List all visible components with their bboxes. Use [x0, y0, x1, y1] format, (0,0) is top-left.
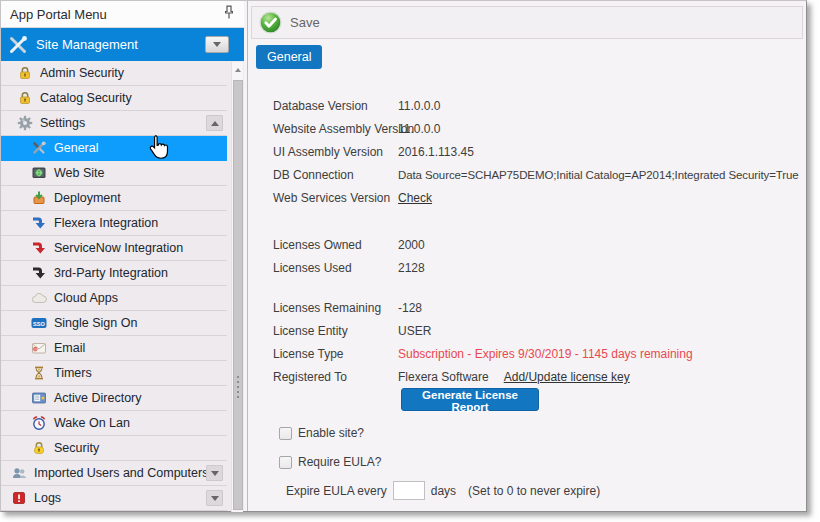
sidebar-item-flexera-integration[interactable]: Flexera Integration	[1, 211, 227, 236]
panel-divider	[247, 1, 248, 511]
sidebar-item-3rd-party-integration[interactable]: 3rd-Party Integration	[1, 261, 227, 286]
main-panel: Save General Database Version11.0.0.0 We…	[244, 1, 806, 511]
add-update-license-key-link[interactable]: Add/Update license key	[504, 370, 630, 384]
field-licenses-remaining: Licenses Remaining-128	[273, 301, 422, 315]
field-website-assembly-version: Website Assembly Version11.0.0.0	[273, 122, 440, 136]
field-value: -128	[398, 301, 422, 315]
sidebar-item-wake-on-lan[interactable]: Wake On Lan	[1, 411, 227, 436]
website-icon	[31, 165, 47, 181]
field-label: Licenses Owned	[273, 238, 398, 252]
chevron-down-icon	[211, 496, 219, 501]
field-licenses-used: Licenses Used2128	[273, 261, 425, 275]
scrollbar-grip-icon	[237, 376, 239, 399]
logs-collapse-button[interactable]	[206, 490, 223, 506]
sidebar-title: App Portal Menu	[10, 7, 107, 22]
chevron-down-icon	[211, 471, 219, 476]
sidebar-item-label: ServiceNow Integration	[54, 241, 183, 255]
sidebar-item-timers[interactable]: Timers	[1, 361, 227, 386]
sidebar-item-admin-security[interactable]: Admin Security	[1, 61, 227, 86]
svg-text:@: @	[33, 347, 38, 352]
sidebar-item-single-sign-on[interactable]: SSO Single Sign On	[1, 311, 227, 336]
field-db-connection: DB ConnectionData Source=SCHAP75DEMO;Ini…	[273, 168, 799, 182]
field-label: UI Assembly Version	[273, 145, 398, 159]
email-icon: @	[31, 340, 47, 356]
users-icon	[11, 465, 27, 481]
lock-icon	[31, 440, 47, 456]
sidebar-item-label: Security	[54, 441, 99, 455]
field-licenses-owned: Licenses Owned2000	[273, 238, 425, 252]
field-value: 2000	[398, 238, 425, 252]
deployment-icon	[31, 190, 47, 206]
cloud-icon	[31, 290, 47, 306]
sso-badge-text: SSO	[33, 321, 45, 327]
chevron-up-icon	[211, 121, 219, 126]
sidebar-item-label: Admin Security	[40, 66, 124, 80]
sidebar-item-label: Flexera Integration	[54, 216, 158, 230]
sidebar-item-label: Web Site	[54, 166, 105, 180]
expire-eula-days-label: days	[431, 484, 456, 498]
chevron-down-icon	[213, 42, 221, 47]
sidebar-item-settings[interactable]: Settings	[1, 111, 227, 136]
sidebar-section-site-management[interactable]: Site Management	[1, 28, 244, 61]
scrollbar-thumb[interactable]	[233, 80, 243, 510]
save-button[interactable]: Save	[259, 11, 320, 34]
sidebar-scrollbar[interactable]	[231, 62, 243, 512]
directory-icon	[31, 390, 47, 406]
expire-eula-label: Expire EULA every	[286, 484, 387, 498]
site-management-collapse-button[interactable]	[205, 36, 229, 53]
sidebar-section-label: Site Management	[36, 37, 138, 52]
sidebar-section-logs[interactable]: Logs	[1, 486, 227, 511]
field-license-entity: License EntityUSER	[273, 324, 431, 338]
tools-icon	[31, 140, 47, 156]
sidebar-items: Admin Security Catalog Security Settings…	[1, 61, 227, 511]
sidebar-item-label: Wake On Lan	[54, 416, 130, 430]
check-link[interactable]: Check	[398, 191, 432, 205]
sidebar-item-label: Catalog Security	[40, 91, 132, 105]
sidebar-item-general[interactable]: General	[1, 136, 227, 161]
hourglass-icon	[31, 365, 47, 381]
logs-icon	[11, 490, 27, 506]
settings-collapse-button[interactable]	[206, 115, 223, 131]
field-value: Data Source=SCHAP75DEMO;Initial Catalog=…	[398, 168, 799, 182]
sidebar-item-catalog-security[interactable]: Catalog Security	[1, 86, 227, 111]
sidebar-item-cloud-apps[interactable]: Cloud Apps	[1, 286, 227, 311]
sidebar-item-label: Imported Users and Computers	[34, 466, 208, 480]
sidebar-item-label: Settings	[40, 116, 85, 130]
expire-eula-note: (Set to 0 to never expire)	[468, 484, 600, 498]
field-label: Licenses Used	[273, 261, 398, 275]
expire-eula-days-input[interactable]	[393, 481, 425, 500]
sso-icon: SSO	[31, 315, 47, 331]
field-value: USER	[398, 324, 431, 338]
sidebar-item-active-directory[interactable]: Active Directory	[1, 386, 227, 411]
tab-general[interactable]: General	[256, 45, 322, 69]
sidebar-item-email[interactable]: @ Email	[1, 336, 227, 361]
sidebar-header: App Portal Menu	[1, 1, 244, 28]
require-eula-option: Require EULA?	[279, 455, 381, 469]
sidebar-item-label: Cloud Apps	[54, 291, 118, 305]
field-value: 2016.1.113.45	[398, 145, 474, 159]
sidebar-item-servicenow-integration[interactable]: ServiceNow Integration	[1, 236, 227, 261]
field-license-type: License TypeSubscription - Expires 9/30/…	[273, 347, 693, 361]
pin-icon[interactable]	[223, 5, 235, 23]
require-eula-checkbox[interactable]	[279, 456, 292, 469]
sidebar-item-security[interactable]: Security	[1, 436, 227, 461]
gear-icon	[17, 115, 33, 131]
field-label: Licenses Remaining	[273, 301, 398, 315]
enable-site-checkbox[interactable]	[279, 427, 292, 440]
navigation-sidebar: App Portal Menu Site Management Admin Se…	[1, 1, 244, 511]
field-label: Registered To	[273, 370, 398, 384]
tools-icon	[7, 34, 29, 56]
sidebar-item-deployment[interactable]: Deployment	[1, 186, 227, 211]
sidebar-item-label: Logs	[34, 491, 61, 505]
sidebar-item-web-site[interactable]: Web Site	[1, 161, 227, 186]
imported-users-collapse-button[interactable]	[206, 465, 223, 481]
field-value: 11.0.0.0	[398, 122, 440, 136]
scrollbar-up-button[interactable]	[232, 62, 243, 78]
sidebar-item-label: Single Sign On	[54, 316, 137, 330]
flexera-integration-icon	[31, 215, 47, 231]
sidebar-section-imported-users-and-computers[interactable]: Imported Users and Computers	[1, 461, 227, 486]
sidebar-item-label: 3rd-Party Integration	[54, 266, 168, 280]
lock-icon	[17, 65, 33, 81]
generate-license-report-button[interactable]: Generate License Report	[401, 388, 539, 411]
field-registered-to: Registered ToFlexera SoftwareAdd/Update …	[273, 370, 630, 384]
